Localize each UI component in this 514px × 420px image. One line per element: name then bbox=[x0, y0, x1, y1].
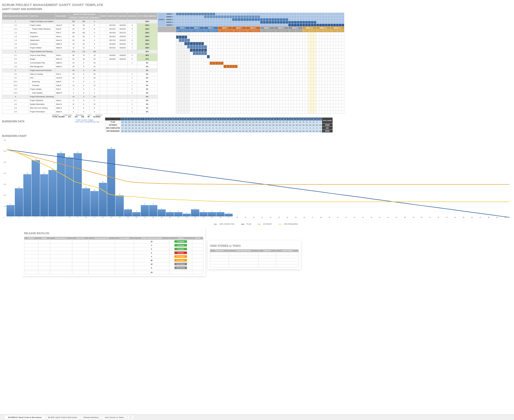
burndown-chart: 7006005004003002001000 81202303404305336… bbox=[7, 139, 509, 222]
release-backlog-card: RELEASE BACKLOG PRIORITYSPRINTFUNCTIONAL… bbox=[22, 228, 205, 276]
chart-legend: HRS COMPLETED PLAN ESTIMATE HRS REMAININ… bbox=[2, 223, 512, 225]
gantt-subtitle: GANTT CHART AND BURNDOWN bbox=[2, 8, 512, 11]
burndown-chart-title: BURNDOWN CHART bbox=[2, 135, 512, 137]
user-stories-card: USER STORIES or TASKS TASK TITLETASK DES… bbox=[208, 240, 301, 269]
hint-days: ^ Enter number of days bbox=[75, 119, 102, 121]
hint-hours: Enter hours completed per day → bbox=[75, 121, 102, 123]
page-title: SCRUM PROJECT MANAGEMENT GANTT CHART TEM… bbox=[2, 3, 512, 7]
gantt-grid: SPRINTSSPRINT 1SPRINT 2SPRINT 3SPRINT 4S… bbox=[158, 13, 345, 114]
burndown-data-title: BURNDOWN DATA bbox=[2, 120, 25, 123]
user-stories-table: TASK TITLETASK DESCRIPTIONADDED BYDATED … bbox=[210, 249, 299, 267]
user-stories-title: USER STORIES or TASKS bbox=[210, 244, 299, 247]
release-backlog-table: PRIORITYSPRINTFUNCTIONALITYTASK TITLETAS… bbox=[24, 237, 203, 274]
release-backlog-title: RELEASE BACKLOG bbox=[24, 232, 203, 235]
task-table: WORK BREAKDOWN STRUCTURETASK TITLETASK O… bbox=[2, 13, 158, 114]
totals-label: ESTIMATECOMPLETEDREMAININGDAYSEST/DAYS T… bbox=[52, 114, 102, 118]
burndown-data-table: DAY1234567891011121314151617181920212223… bbox=[105, 117, 333, 133]
gantt-chart: WORK BREAKDOWN STRUCTURETASK TITLETASK O… bbox=[2, 13, 512, 114]
